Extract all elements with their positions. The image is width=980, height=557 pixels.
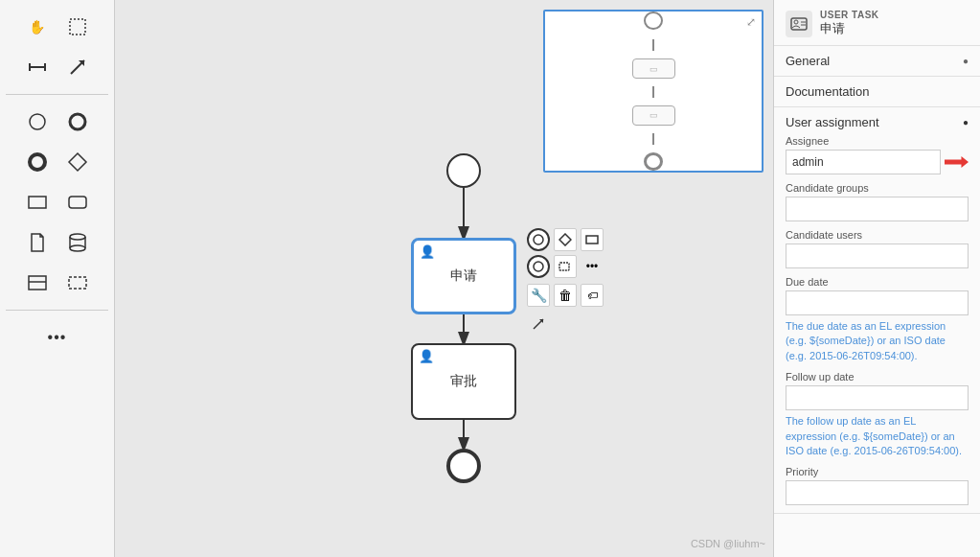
general-section-header[interactable]: General ● bbox=[774, 46, 980, 76]
svg-rect-24 bbox=[586, 236, 598, 244]
rectangle-tool[interactable] bbox=[20, 185, 55, 220]
follow-up-date-input[interactable] bbox=[786, 385, 969, 410]
dashed-rect-tool[interactable] bbox=[60, 266, 95, 300]
start-event[interactable] bbox=[446, 153, 481, 188]
hand-tool[interactable]: ✋ bbox=[20, 10, 55, 44]
cylinder-tool[interactable] bbox=[60, 225, 95, 260]
svg-rect-0 bbox=[70, 19, 85, 35]
palette-trash[interactable]: 🗑 bbox=[554, 284, 577, 307]
priority-field-group: Priority bbox=[786, 466, 969, 505]
svg-rect-10 bbox=[29, 197, 46, 208]
task-申请-label: 申请 bbox=[450, 267, 477, 285]
user-assignment-expand[interactable]: ● bbox=[963, 117, 969, 128]
svg-point-6 bbox=[30, 114, 45, 129]
watermark: CSDN @liuhm~ bbox=[691, 538, 765, 549]
palette-ellipsis[interactable]: ••• bbox=[581, 255, 604, 278]
priority-label: Priority bbox=[786, 466, 969, 477]
user-assignment-section: User assignment ● Assignee Candidate gro… bbox=[774, 107, 980, 514]
due-date-hint: The due date as an EL expression (e.g. $… bbox=[786, 319, 969, 363]
task-审批[interactable]: 👤 审批 bbox=[411, 343, 516, 420]
minimap-expand-icon[interactable]: ⤢ bbox=[746, 15, 756, 29]
palette-rect[interactable] bbox=[581, 228, 604, 251]
svg-rect-29 bbox=[791, 18, 807, 30]
context-palette: ••• 🔧 🗑 🏷 bbox=[527, 228, 604, 336]
user-assignment-title: User assignment bbox=[786, 115, 879, 129]
follow-up-date-label: Follow up date bbox=[786, 371, 969, 383]
svg-point-7 bbox=[70, 114, 85, 129]
task-type-icon bbox=[786, 11, 812, 37]
palette-diamond[interactable] bbox=[554, 228, 577, 251]
select-tool[interactable] bbox=[60, 10, 95, 44]
toolbar: ✋ bbox=[0, 0, 115, 557]
assignee-arrow-indicator bbox=[945, 156, 969, 168]
canvas[interactable]: ▭ ▭ ⤢ 👤 申请 bbox=[115, 0, 773, 557]
diamond-tool[interactable] bbox=[60, 145, 95, 179]
minimap: ▭ ▭ ⤢ bbox=[543, 10, 763, 173]
follow-up-date-hint: The follow up date as an EL expression (… bbox=[786, 414, 969, 458]
svg-rect-16 bbox=[29, 276, 46, 290]
doc-tool[interactable] bbox=[20, 225, 55, 260]
svg-marker-23 bbox=[559, 234, 571, 245]
more-tools[interactable]: ••• bbox=[40, 320, 75, 355]
svg-point-30 bbox=[794, 20, 798, 24]
svg-rect-11 bbox=[69, 197, 86, 208]
palette-circle[interactable] bbox=[527, 228, 550, 251]
assignee-input[interactable] bbox=[786, 150, 941, 174]
svg-point-12 bbox=[70, 234, 85, 240]
bold-circle-tool[interactable] bbox=[20, 145, 55, 179]
swimlane-tool[interactable] bbox=[20, 266, 55, 300]
svg-point-8 bbox=[30, 154, 45, 170]
svg-marker-9 bbox=[69, 153, 86, 171]
svg-point-22 bbox=[534, 235, 543, 244]
palette-wrench[interactable]: 🔧 bbox=[527, 284, 550, 307]
task-type-label: USER TASK bbox=[820, 10, 879, 20]
follow-up-date-field-group: Follow up date The follow up date as an … bbox=[786, 371, 969, 458]
due-date-label: Due date bbox=[786, 276, 969, 288]
documentation-label: Documentation bbox=[786, 84, 869, 99]
circle-tool[interactable] bbox=[20, 104, 55, 139]
candidate-users-field-group: Candidate users bbox=[786, 229, 969, 268]
documentation-section-header[interactable]: Documentation bbox=[774, 77, 980, 106]
general-section: General ● bbox=[774, 46, 980, 77]
general-chevron: ● bbox=[963, 56, 969, 66]
due-date-input[interactable] bbox=[786, 290, 969, 315]
svg-rect-26 bbox=[559, 263, 569, 270]
candidate-groups-field-group: Candidate groups bbox=[786, 182, 969, 221]
candidate-users-label: Candidate users bbox=[786, 229, 969, 241]
palette-diagonal-arrow[interactable] bbox=[527, 313, 550, 336]
right-panel: USER TASK 申请 General ● Documentation Use… bbox=[773, 0, 980, 557]
connect-tool[interactable] bbox=[20, 50, 55, 84]
panel-header: USER TASK 申请 bbox=[774, 0, 980, 46]
thick-circle-tool[interactable] bbox=[60, 104, 95, 139]
task-申请[interactable]: 👤 申请 bbox=[411, 238, 516, 314]
palette-tag[interactable]: 🏷 bbox=[581, 284, 604, 307]
svg-point-25 bbox=[534, 262, 543, 271]
candidate-groups-label: Candidate groups bbox=[786, 182, 969, 194]
due-date-field-group: Due date The due date as an EL expressio… bbox=[786, 276, 969, 363]
palette-group[interactable] bbox=[554, 255, 577, 278]
general-label: General bbox=[786, 54, 830, 68]
assignee-label: Assignee bbox=[786, 135, 969, 147]
priority-input[interactable] bbox=[786, 480, 969, 505]
candidate-groups-input[interactable] bbox=[786, 197, 969, 221]
end-event[interactable] bbox=[446, 449, 481, 483]
palette-circle2[interactable] bbox=[527, 255, 550, 278]
svg-rect-18 bbox=[69, 277, 86, 289]
task-审批-label: 审批 bbox=[450, 373, 477, 390]
svg-point-15 bbox=[70, 245, 85, 251]
task-name-label: 申请 bbox=[820, 20, 879, 37]
documentation-section: Documentation bbox=[774, 77, 980, 107]
rounded-rect-tool[interactable] bbox=[60, 185, 95, 220]
arrow-tool[interactable] bbox=[60, 50, 95, 84]
assignee-field-group: Assignee bbox=[786, 135, 969, 174]
candidate-users-input[interactable] bbox=[786, 244, 969, 268]
